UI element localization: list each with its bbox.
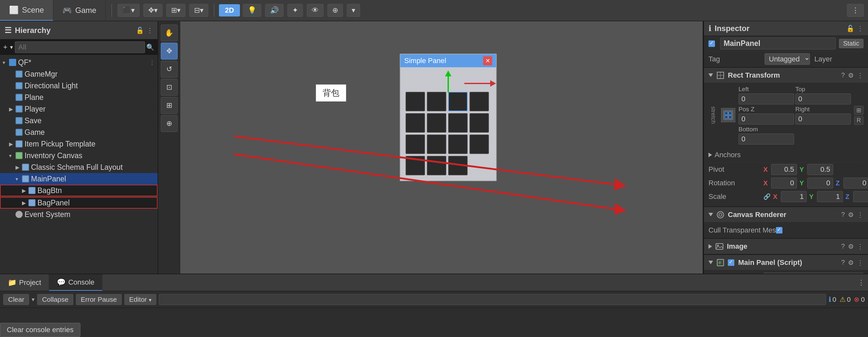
posz-input[interactable]	[739, 114, 794, 124]
tree-item-game[interactable]: ▶ Game	[0, 127, 158, 138]
image-header[interactable]: Image ? ⚙ ⋮	[704, 238, 868, 254]
more-btn[interactable]: ⋮	[147, 27, 153, 34]
rt-help-btn[interactable]: ?	[841, 72, 845, 79]
hierarchy-search-input[interactable]	[15, 41, 145, 53]
cr-more-btn[interactable]: ⋮	[857, 211, 864, 219]
hierarchy-search-btn[interactable]: 🔍	[146, 43, 154, 51]
tree-item-save[interactable]: ▶ Save	[0, 115, 158, 127]
rot-y-input[interactable]	[807, 177, 833, 189]
mps-options-btn[interactable]: ⚙	[848, 259, 854, 266]
2d-button[interactable]: 2D	[219, 4, 240, 17]
tree-item-item-pickup[interactable]: ▶ Item Pickup Template	[0, 138, 158, 150]
rect-transform-header[interactable]: Rect Transform ? ⚙ ⋮	[704, 67, 868, 83]
left-input[interactable]	[739, 93, 794, 105]
inv-slot-5[interactable]	[406, 113, 425, 133]
inv-slot-13[interactable]	[406, 156, 425, 175]
more-options-btn[interactable]: ⋮	[847, 4, 864, 17]
canvas-renderer-header[interactable]: Canvas Renderer ? ⚙ ⋮	[704, 206, 868, 223]
static-badge[interactable]: Static	[839, 39, 864, 48]
error-pause-btn[interactable]: Error Pause	[76, 294, 122, 305]
inv-slot-6[interactable]	[427, 113, 446, 133]
rt-more-btn[interactable]: ⋮	[857, 72, 864, 79]
inv-slot-15[interactable]	[448, 156, 468, 175]
rot-x-input[interactable]	[771, 177, 797, 189]
inv-slot-2[interactable]	[427, 92, 446, 111]
img-help-btn[interactable]: ?	[841, 243, 845, 250]
tab-scene[interactable]: ⬜ Scene	[0, 0, 53, 21]
add-hierarchy-btn[interactable]: +	[3, 43, 7, 51]
rotate-tool[interactable]: ↺	[161, 61, 178, 78]
rect-tool[interactable]: ⊞	[161, 97, 178, 114]
collapse-btn[interactable]: Collapse	[37, 294, 73, 305]
scale-x-input[interactable]	[781, 191, 807, 202]
tree-item-inventory-canvas[interactable]: ▾ Inventory Canvas	[0, 150, 158, 161]
inv-slot-4[interactable]	[469, 92, 489, 111]
tab-project[interactable]: 📁 Project	[0, 274, 49, 291]
tree-item-plane[interactable]: ▶ Plane	[0, 91, 158, 103]
img-more-btn[interactable]: ⋮	[857, 243, 864, 250]
pivot-y-input[interactable]	[807, 164, 833, 175]
snap-tool-btn[interactable]: ⊞▾	[166, 4, 185, 17]
fx-btn[interactable]: ✦	[287, 4, 303, 17]
inspector-lock-btn[interactable]: 🔓	[846, 25, 855, 32]
light-btn[interactable]: 💡	[243, 4, 261, 17]
grid-tool-btn[interactable]: ⊟▾	[189, 4, 208, 17]
inv-slot-9[interactable]	[406, 135, 425, 154]
tree-item-qf[interactable]: ▾ QF* ⋮	[0, 57, 158, 68]
tree-item-directional-light[interactable]: ▶ Directional Light	[0, 80, 158, 91]
active-checkbox[interactable]	[709, 40, 715, 47]
inspector-more-btn[interactable]: ⋮	[857, 25, 864, 32]
inv-slot-3[interactable]	[448, 92, 468, 111]
hand-tool[interactable]: ✋	[161, 25, 178, 41]
main-panel-script-header[interactable]: # Main Panel (Script) ? ⚙ ⋮	[704, 254, 868, 271]
scale-y-input[interactable]	[817, 191, 843, 202]
more-btn[interactable]: ▾	[347, 4, 360, 17]
img-options-btn[interactable]: ⚙	[848, 243, 854, 250]
cr-options-btn[interactable]: ⚙	[848, 211, 854, 219]
inv-slot-10[interactable]	[427, 135, 446, 154]
cull-checkbox[interactable]	[776, 227, 782, 233]
inv-slot-1[interactable]	[406, 92, 425, 111]
anchor-preset-icon[interactable]	[721, 108, 735, 122]
mps-enabled-check[interactable]	[728, 259, 734, 266]
tree-item-bagpanel[interactable]: ▶ BagPanel	[0, 197, 158, 208]
lock-btn[interactable]: 🔓	[136, 27, 144, 34]
transform-tool-btn[interactable]: ⬛▾	[118, 4, 140, 17]
rt-options-btn[interactable]: ⚙	[848, 72, 854, 79]
scale-tool[interactable]: ⊡	[161, 79, 178, 96]
tag-dropdown[interactable]: Untagged	[765, 53, 810, 65]
rt-extra-btn1[interactable]: ⊞	[854, 106, 864, 115]
move-tool-btn[interactable]: ✥▾	[144, 4, 162, 17]
scale-z-input[interactable]	[853, 191, 868, 202]
rot-z-input[interactable]	[843, 177, 868, 189]
tree-item-player[interactable]: ▶ Player	[0, 103, 158, 115]
simple-panel-close-btn[interactable]: ✕	[483, 56, 492, 65]
tree-item-gamemgr[interactable]: ▶ GameMgr	[0, 68, 158, 80]
tab-console[interactable]: 💬 Console	[49, 274, 102, 291]
inv-slot-8[interactable]	[469, 113, 489, 133]
bottom-input[interactable]	[739, 134, 794, 145]
clear-btn[interactable]: Clear	[3, 294, 29, 305]
qf-menu[interactable]: ⋮	[149, 59, 155, 66]
console-search-input[interactable]	[159, 294, 826, 305]
inv-slot-11[interactable]	[448, 135, 468, 154]
tree-item-event-system[interactable]: ▶ Event System	[0, 208, 158, 220]
bottom-more-btn[interactable]: ⋮	[858, 278, 865, 287]
object-name-field[interactable]: MainPanel	[720, 37, 836, 50]
inv-slot-12[interactable]	[469, 135, 489, 154]
audio-btn[interactable]: 🔊	[265, 4, 283, 17]
mps-help-btn[interactable]: ?	[841, 259, 845, 266]
tree-item-mainpanel[interactable]: ▾ MainPanel	[0, 173, 158, 185]
rt-extra-btn2[interactable]: R	[854, 116, 864, 125]
move-tool[interactable]: ✥	[161, 43, 178, 59]
tree-item-bagbtn[interactable]: ▶ BagBtn	[0, 185, 158, 196]
cr-help-btn[interactable]: ?	[841, 211, 845, 219]
right-input[interactable]	[795, 114, 851, 124]
transform-tool[interactable]: ⊕	[161, 115, 178, 132]
tree-item-classic[interactable]: ▶ Classic Schema Full Layout	[0, 161, 158, 173]
mps-more-btn[interactable]: ⋮	[857, 259, 864, 266]
top-input[interactable]	[795, 93, 851, 105]
gizmos-btn[interactable]: ⊕	[328, 4, 343, 17]
scene-view-btn[interactable]: 👁	[307, 4, 323, 17]
pivot-x-input[interactable]	[771, 164, 797, 175]
